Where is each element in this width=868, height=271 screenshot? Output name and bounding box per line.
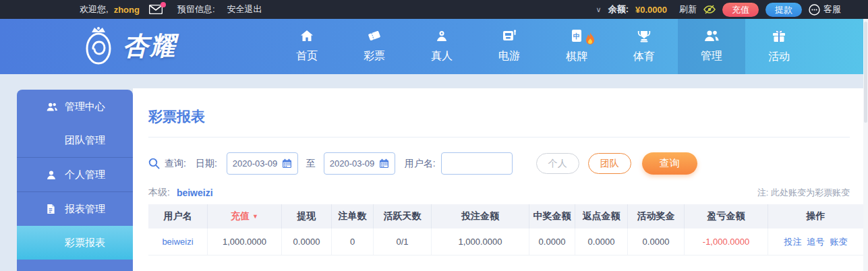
logout-link[interactable]: 安全退出 — [227, 3, 262, 16]
level-row: 本级: beiweizi 注: 此处账变为彩票账变 — [148, 187, 850, 199]
row-deposit: 1,000.0000 — [208, 229, 282, 255]
customer-service-button[interactable]: 客服 — [809, 3, 841, 16]
topbar-username: zhong — [114, 5, 140, 15]
main-content: 彩票报表 查询: 日期: 2020-03-09 至 2020-03-09 用户名… — [133, 88, 863, 271]
to-label: 至 — [306, 158, 316, 170]
account-change-note: 注: 此处账变为彩票账变 — [757, 187, 850, 199]
nav-item-home[interactable]: 首页 — [273, 19, 341, 74]
date-label: 日期: — [196, 158, 217, 170]
search-form: 查询: 日期: 2020-03-09 至 2020-03-09 用户名: 个人 … — [148, 152, 863, 175]
search-button[interactable]: 查询 — [642, 152, 697, 175]
username-input[interactable] — [441, 152, 513, 175]
personal-filter-button[interactable]: 个人 — [536, 153, 579, 174]
nav-item-live[interactable]: 真人 — [408, 19, 475, 74]
notification-dot — [161, 2, 166, 7]
date-to-input[interactable]: 2020-03-09 — [324, 152, 395, 175]
level-username-link[interactable]: beiweizi — [177, 187, 213, 198]
users-icon — [46, 102, 58, 112]
nav-item-promotions[interactable]: 活动 — [745, 19, 813, 74]
sidebar-item-next[interactable] — [17, 260, 133, 271]
sidebar-item-management-center[interactable]: 管理中心 — [17, 90, 133, 123]
mail-icon[interactable] — [149, 5, 163, 14]
customer-service-label: 客服 — [823, 3, 841, 16]
svg-text:中: 中 — [573, 32, 580, 40]
title-divider — [148, 137, 850, 138]
calendar-icon — [379, 158, 389, 169]
page-title: 彩票报表 — [148, 107, 863, 126]
date-from-input[interactable]: 2020-03-09 — [227, 152, 298, 175]
live-person-icon — [435, 30, 449, 44]
home-icon — [300, 30, 314, 44]
report-table: 用户名 充值 ▼ 提现 注单数 活跃天数 投注金额 中奖金额 返点金额 活动奖金… — [148, 204, 863, 255]
mahjong-tile-icon: 中 — [571, 29, 582, 45]
col-bet-count: 注单数 — [332, 204, 374, 229]
team-filter-button[interactable]: 团队 — [588, 153, 631, 174]
user-icon — [46, 170, 58, 180]
brand-name: 杏耀 — [123, 29, 177, 63]
topbar: 欢迎您, zhong 预留信息: 安全退出 ∨ 余额: ¥0.0000 刷新 充… — [0, 0, 868, 19]
deposit-button[interactable]: 充值 — [722, 3, 759, 17]
eye-slash-icon[interactable] — [703, 5, 716, 14]
refresh-link[interactable]: 刷新 — [679, 3, 697, 16]
gift-icon — [772, 30, 786, 45]
sidebar: 管理中心 团队管理 个人管理 报表管理 彩票报表 — [17, 90, 133, 271]
nav-item-sports[interactable]: 体育 — [610, 19, 678, 74]
sidebar-item-team-management[interactable]: 团队管理 — [17, 123, 133, 157]
row-bet-count: 0 — [332, 229, 374, 255]
row-activity-bonus: 0.0000 — [628, 229, 685, 255]
query-label: 查询: — [165, 158, 186, 170]
table-row: beiweizi 1,000.0000 0.0000 0 0/1 1,000.0… — [148, 229, 863, 255]
col-win-amount: 中奖金额 — [529, 204, 575, 229]
reserved-info-label: 预留信息: — [177, 3, 215, 16]
nav-item-lottery[interactable]: 彩票 — [341, 19, 408, 74]
search-icon — [148, 158, 160, 169]
col-rebate-amount: 返点金额 — [575, 204, 628, 229]
balance-label: 余额: — [608, 3, 629, 16]
col-deposit-sortable[interactable]: 充值 ▼ — [208, 204, 282, 229]
col-withdraw: 提现 — [282, 204, 332, 229]
sidebar-item-personal-management[interactable]: 个人管理 — [17, 158, 133, 191]
chat-icon — [809, 4, 820, 16]
col-profit-loss: 盈亏金额 — [685, 204, 768, 229]
col-actions: 操作 — [768, 204, 863, 229]
slot-machine-icon — [502, 30, 517, 44]
row-bet-amount: 1,000.0000 — [432, 229, 529, 255]
balance-value: ¥0.0000 — [635, 5, 667, 15]
sort-desc-icon: ▼ — [252, 213, 258, 220]
scrollbar-track[interactable] — [863, 19, 868, 271]
withdraw-button[interactable]: 提款 — [765, 3, 802, 17]
scrollbar-thumb[interactable] — [864, 22, 867, 123]
hot-flame-icon — [585, 32, 596, 49]
action-account-change-link[interactable]: 账变 — [830, 236, 848, 248]
sidebar-item-report-management[interactable]: 报表管理 — [17, 192, 133, 226]
nav-item-management[interactable]: 管理 — [678, 19, 745, 74]
brand-emblem-icon — [80, 24, 117, 67]
brand-logo[interactable]: 杏耀 — [80, 24, 177, 67]
chevron-down-icon[interactable]: ∨ — [596, 5, 602, 14]
col-username: 用户名 — [148, 204, 208, 229]
nav-menu: 首页 彩票 真人 电游 中 棋牌 体育 — [273, 19, 813, 74]
page: 欢迎您, zhong 预留信息: 安全退出 ∨ 余额: ¥0.0000 刷新 充… — [0, 0, 868, 271]
report-icon — [46, 204, 58, 214]
row-rebate-amount: 0.0000 — [575, 229, 628, 255]
row-active-days: 0/1 — [374, 229, 432, 255]
col-activity-bonus: 活动奖金 — [628, 204, 685, 229]
nav-item-egames[interactable]: 电游 — [475, 19, 543, 74]
users-icon — [703, 30, 720, 44]
col-active-days: 活跃天数 — [374, 204, 432, 229]
ticket-icon — [368, 30, 381, 44]
calendar-icon — [282, 158, 292, 169]
row-username-link[interactable]: beiweizi — [162, 237, 193, 247]
action-chase-link[interactable]: 追号 — [807, 236, 825, 248]
level-label: 本级: — [148, 187, 170, 199]
table-header-row: 用户名 充值 ▼ 提现 注单数 活跃天数 投注金额 中奖金额 返点金额 活动奖金… — [148, 204, 863, 229]
trophy-icon — [637, 30, 651, 45]
row-win-amount: 0.0000 — [529, 229, 575, 255]
welcome-text: 欢迎您, — [80, 3, 109, 16]
username-label: 用户名: — [405, 158, 436, 170]
main-navbar: 杏耀 首页 彩票 真人 电游 中 棋牌 — [0, 19, 868, 74]
action-bet-link[interactable]: 投注 — [784, 236, 802, 248]
sidebar-item-lottery-report[interactable]: 彩票报表 — [17, 226, 133, 260]
row-profit-loss: -1,000.0000 — [703, 237, 749, 247]
nav-item-boardgames[interactable]: 中 棋牌 — [543, 19, 610, 74]
